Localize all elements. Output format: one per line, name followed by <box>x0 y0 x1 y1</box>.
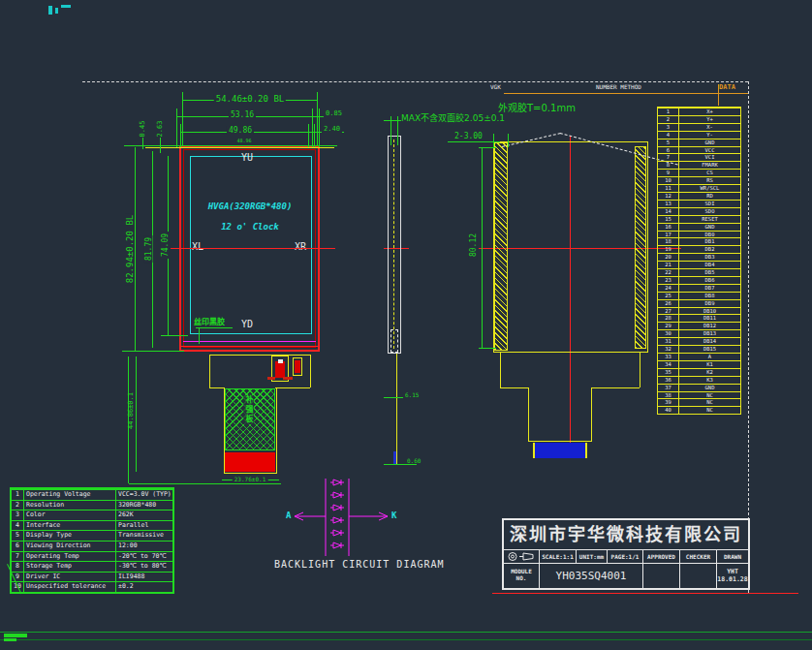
pin-name: RS <box>679 177 740 184</box>
pin-number: 3 <box>658 124 679 131</box>
dim-line <box>384 464 417 465</box>
pin-row: 11 WR/SCL <box>658 184 740 192</box>
pin-number: 34 <box>658 361 679 368</box>
pin-name: DB5 <box>679 269 740 276</box>
pin-row: 16 GND <box>658 223 740 231</box>
spec-row: 9 Driver IC ILI9488 <box>12 572 172 582</box>
screen-artifact <box>48 6 52 15</box>
pin-number: 25 <box>658 293 679 299</box>
pin-number: 22 <box>658 269 679 276</box>
ext-line <box>319 108 320 147</box>
pin-row: 3 X- <box>658 123 740 131</box>
ext-line <box>161 335 188 336</box>
scale-label: SCALE:1:1 <box>540 550 577 563</box>
pin-name: DB14 <box>679 338 740 345</box>
pin-row: 19 DB2 <box>658 245 740 253</box>
pin-number: 38 <box>658 392 679 399</box>
pin-number: 10 <box>658 177 679 184</box>
dim-tape-inset: 2-3.00 <box>453 132 484 140</box>
dim-offset-045: 0.45 <box>139 121 146 138</box>
stiffener-text: 补强板 <box>243 395 254 424</box>
pin-number: 16 <box>658 224 679 231</box>
pin-number: 39 <box>658 399 679 406</box>
cad-drawing-canvas: VGK NUMBER METHOD DATA YU YD XL XR HVGA(… <box>0 0 812 650</box>
spec-item: Unspecified tolerance <box>24 582 116 592</box>
spec-value: 262K <box>116 511 172 520</box>
pin-number: 14 <box>658 208 679 215</box>
pin-table: 1 X+ 2 Y+ 3 X- 4 Y- 5 GND <box>657 107 741 415</box>
pin-row: 20 DB3 <box>658 253 740 261</box>
pin-number: 27 <box>658 308 679 315</box>
spec-row-number: 2 <box>12 501 24 511</box>
pin-name: VCC <box>679 147 740 154</box>
pin-name: GND <box>679 385 740 391</box>
page-label: PAGE:1/1 <box>608 550 643 563</box>
drawn-label: DRAWN <box>717 550 748 563</box>
touch-label-yd: YD <box>241 319 253 329</box>
ext-line <box>479 147 496 148</box>
pin-name: SDO <box>679 208 740 215</box>
title-header-row: SCALE:1:1 UNIT:mm PAGE:1/1 APPROVED CHEC… <box>504 550 748 564</box>
ext-line <box>317 92 318 146</box>
screen-artifact3 <box>61 5 71 8</box>
header-label-vgk: VGK <box>490 83 501 90</box>
pin-number: 17 <box>658 232 679 238</box>
dim-height-7409: 74.09 <box>161 232 170 259</box>
pin-row: 35 K2 <box>658 368 740 376</box>
pin-name: DB0 <box>679 232 740 238</box>
pin-row: 14 SDO <box>658 207 740 215</box>
checker-label: CHECKER <box>680 550 717 563</box>
backlight-circuit <box>279 473 405 562</box>
spec-row: 2 Resolution 320RGB*480 <box>12 500 172 511</box>
dim-line <box>180 132 344 133</box>
fpc-shoulder-top <box>209 355 310 356</box>
fpc-tail-right <box>276 387 277 473</box>
pin-row: 9 CS <box>658 169 740 176</box>
dim-profile-615: 6.15 <box>403 391 421 398</box>
spec-value: -30℃ to 80℃ <box>116 562 172 572</box>
ext-line <box>160 138 161 153</box>
spec-row: 4 Interface Parallel <box>12 520 172 531</box>
dim-width-4986: 49.86 <box>227 126 254 135</box>
pin-name: NC <box>679 399 740 406</box>
ext-line <box>308 124 309 147</box>
bottom-green-line <box>0 632 812 633</box>
pin-number: 35 <box>658 369 679 376</box>
pin-number: 8 <box>658 162 679 169</box>
ext-line <box>180 124 181 147</box>
third-angle-projection-icon <box>507 551 536 562</box>
silkscreen-underline <box>196 327 233 328</box>
spec-item: Resolution <box>24 501 116 511</box>
projection-symbol-cell <box>504 550 540 563</box>
pin-row: 24 DB7 <box>658 284 740 292</box>
pin-table-header: DATA <box>719 83 735 91</box>
ext-line <box>384 120 401 121</box>
spec-value: Transmissive <box>116 531 172 541</box>
red-line-bottom <box>179 346 320 347</box>
pin-name: DB7 <box>679 285 740 292</box>
pin-number: 6 <box>658 147 679 154</box>
ext-line-top <box>124 145 337 146</box>
pin-name: RESET <box>679 216 740 223</box>
pin-row: 15 RESET <box>658 215 740 223</box>
clock-direction-text: 12 o' Clock <box>184 222 316 232</box>
pin-name: NC <box>679 392 740 399</box>
pin-row: 21 DB4 <box>658 261 740 268</box>
company-name: 深圳市宇华微科技有限公司 <box>504 520 748 550</box>
spec-value: -20℃ to 70℃ <box>116 552 172 562</box>
ext-line <box>176 108 177 147</box>
pin-name: K2 <box>679 369 740 376</box>
side-fpc-tail-bottom <box>528 441 592 442</box>
pin-row: 4 Y- <box>658 131 740 139</box>
title-block: 深圳市宇华微科技有限公司 SCALE:1:1 UNIT:mm PAGE:1/1 … <box>502 518 750 590</box>
pin-row: 8 FMARK <box>658 161 740 169</box>
spec-value: VCC=3.0V (TYP) <box>116 490 172 500</box>
profile-bar-dash <box>393 139 394 349</box>
display-mode-text: HVGA(320RGB*480) <box>184 201 316 211</box>
spec-row-number: 1 <box>12 490 24 500</box>
pin-row: 26 DB9 <box>658 299 740 307</box>
note-max-thickness: MAX不含双面胶2.05±0.1 <box>399 111 507 124</box>
pin-number: 11 <box>658 185 679 192</box>
page-edge-red-line <box>492 593 798 594</box>
spec-row: 1 Operating Voltage VCC=3.0V (TYP) <box>12 489 172 500</box>
